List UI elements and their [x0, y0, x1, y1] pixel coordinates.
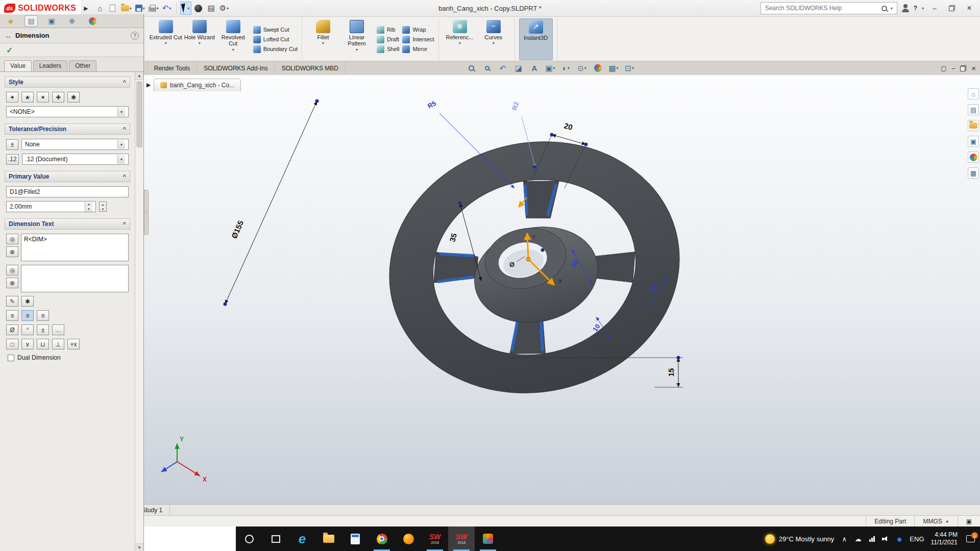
apply-default-style-button[interactable]: ✦	[6, 92, 18, 103]
tab-leaders[interactable]: Leaders	[33, 60, 67, 71]
hole-wizard-button[interactable]: Hole Wizard▾	[183, 18, 216, 60]
depth-symbol-button[interactable]: ⊥	[52, 339, 64, 349]
panel-splitter-handle[interactable]: ⋮	[144, 190, 149, 235]
add-parenthesis-button[interactable]: ✱	[21, 296, 34, 307]
dim-20[interactable]: 20	[563, 121, 574, 132]
undo-button[interactable]: ↶▾	[161, 2, 173, 15]
square-symbol-button[interactable]: □	[6, 339, 18, 349]
curves-button[interactable]: ~ Curves▾	[477, 18, 510, 60]
feature-manager-tab[interactable]: ◈	[4, 15, 17, 27]
close-button[interactable]: ×	[963, 3, 976, 14]
dim-diameter-155[interactable]: Ø155	[230, 219, 245, 240]
shell-button[interactable]: Shell	[377, 45, 399, 53]
update-style-button[interactable]: ✶	[37, 92, 49, 103]
hide-show-items-button[interactable]: ⊙▾	[576, 63, 587, 74]
counterbore-symbol-button[interactable]: ⊔	[37, 339, 49, 349]
doc-tab-arrow-icon[interactable]: ▶	[146, 82, 151, 88]
dual-dimension-checkbox[interactable]	[8, 355, 14, 361]
misc-app-button[interactable]	[475, 527, 501, 551]
dim-15[interactable]: 15	[667, 368, 675, 377]
panel-help-icon[interactable]: ?	[131, 32, 139, 40]
view-orientation-button[interactable]: ▣▾	[545, 63, 556, 74]
annotation-views-button[interactable]: A	[529, 63, 540, 74]
model-3d[interactable]	[364, 113, 704, 421]
panel-scrollbar[interactable]: ▲ ▼	[135, 72, 143, 551]
onedrive-cloud-icon[interactable]: ☁	[854, 535, 862, 543]
help-caret-icon[interactable]: ▾	[922, 6, 924, 11]
custom-properties-icon[interactable]: ▦	[968, 167, 979, 179]
clock[interactable]: 4:44 PM 11/1/2021	[931, 531, 958, 546]
file-explorer-icon[interactable]	[968, 120, 979, 131]
diameter-symbol-button[interactable]: Ø	[6, 324, 18, 335]
configuration-manager-tab[interactable]: ▣	[45, 15, 58, 27]
file-explorer-button[interactable]	[315, 527, 342, 551]
style-section-header[interactable]: Style^	[5, 77, 130, 88]
open-button[interactable]: ▾	[120, 2, 133, 15]
center-text-icon[interactable]: ◎	[6, 234, 18, 244]
reference-geometry-button[interactable]: ⊕ Referenc...▾	[443, 18, 477, 60]
dimension-value-field[interactable]: 2.00mm ▲▼	[6, 201, 96, 212]
plus-minus-symbol-button[interactable]: ±	[37, 324, 49, 335]
offset-text2-icon[interactable]: ⊗	[6, 278, 18, 288]
edit-appearance-button[interactable]	[592, 63, 603, 74]
tolerance-dropdown[interactable]: None▾	[21, 139, 129, 150]
zoom-fit-button[interactable]	[465, 63, 477, 74]
tab-other[interactable]: Other	[69, 60, 96, 71]
revolved-cut-button[interactable]: Revolved Cut▾	[216, 18, 250, 60]
select-cursor-button[interactable]: ▾	[180, 2, 191, 15]
property-manager-tab[interactable]: ▤	[24, 15, 38, 27]
basic-symbol-button[interactable]: +x	[67, 339, 80, 349]
swept-cut-button[interactable]: Swept Cut	[253, 26, 298, 34]
language-indicator[interactable]: ENG	[910, 535, 924, 543]
search-caret-icon[interactable]: ▾	[891, 6, 893, 11]
scroll-down-icon[interactable]: ▼	[135, 543, 143, 551]
degree-symbol-button[interactable]: °	[21, 324, 34, 335]
add-style-button[interactable]: ★	[21, 92, 34, 103]
fillet-button[interactable]: Fillet▾	[306, 18, 340, 60]
justify-left-button[interactable]: ≡	[6, 310, 18, 321]
extruded-cut-button[interactable]: Extruded Cut▾	[149, 18, 183, 60]
display-manager-tab[interactable]	[86, 15, 99, 27]
tab-render-tools[interactable]: Render Tools	[148, 61, 198, 75]
dim-r2[interactable]: R2	[510, 101, 520, 111]
view-settings-button[interactable]: ⊡▾	[624, 63, 635, 74]
task-view-button[interactable]	[262, 527, 289, 551]
style-dropdown[interactable]: <NONE>▾	[6, 106, 129, 117]
intersect-button[interactable]: Intersect	[402, 36, 434, 43]
display-style-button[interactable]: ◐▾	[560, 63, 572, 74]
more-symbols-button[interactable]: …	[52, 324, 64, 335]
doc-restore-button[interactable]	[960, 65, 966, 71]
graphics-viewport[interactable]: ▶ banh_Cang_xich - Co...	[0, 75, 980, 504]
load-style-button[interactable]: ✱	[67, 92, 80, 103]
tolerance-section-header[interactable]: Tolerance/Precision^	[5, 123, 130, 135]
value-spinner[interactable]: ▲▼	[85, 202, 92, 212]
apply-scene-button[interactable]: ▦▾	[608, 63, 619, 74]
zoom-area-button[interactable]	[481, 63, 493, 74]
boundary-cut-button[interactable]: Boundary Cut	[253, 45, 298, 53]
precision-dropdown[interactable]: .12 (Document)▾	[22, 154, 129, 165]
tab-mbd[interactable]: SOLIDWORKS MBD	[275, 61, 346, 75]
thumbwheel[interactable]: ▲▼	[99, 202, 107, 212]
chrome-button[interactable]	[369, 527, 395, 551]
wrap-button[interactable]: Wrap	[402, 26, 434, 34]
hidden-icons-chevron[interactable]: ∧	[841, 535, 848, 543]
center-text2-icon[interactable]: ◎	[6, 265, 18, 276]
dropbox-icon[interactable]: ◆	[896, 535, 903, 543]
status-tag-icon[interactable]: ▣	[958, 516, 980, 527]
draft-button[interactable]: Draft	[377, 36, 399, 43]
justify-right-button[interactable]: ≡	[37, 310, 49, 321]
calculator-button[interactable]	[342, 527, 369, 551]
offset-text-icon[interactable]: ⊗	[6, 246, 18, 257]
edge-button[interactable]: e	[289, 527, 315, 551]
firefox-button[interactable]	[395, 527, 422, 551]
linear-pattern-button[interactable]: Linear Pattern▾	[340, 18, 374, 60]
home-button[interactable]: ⌂	[94, 2, 106, 15]
save-style-button[interactable]: ✚	[52, 92, 64, 103]
justify-center-button[interactable]: ≡	[21, 310, 34, 321]
network-icon[interactable]	[868, 536, 875, 542]
mirror-button[interactable]: Mirror	[402, 45, 434, 53]
doc-minimize-button[interactable]: –	[952, 65, 955, 72]
tab-value[interactable]: Value	[4, 60, 32, 71]
user-account-icon[interactable]	[901, 4, 910, 12]
file-properties-button[interactable]: ▤	[206, 2, 217, 15]
